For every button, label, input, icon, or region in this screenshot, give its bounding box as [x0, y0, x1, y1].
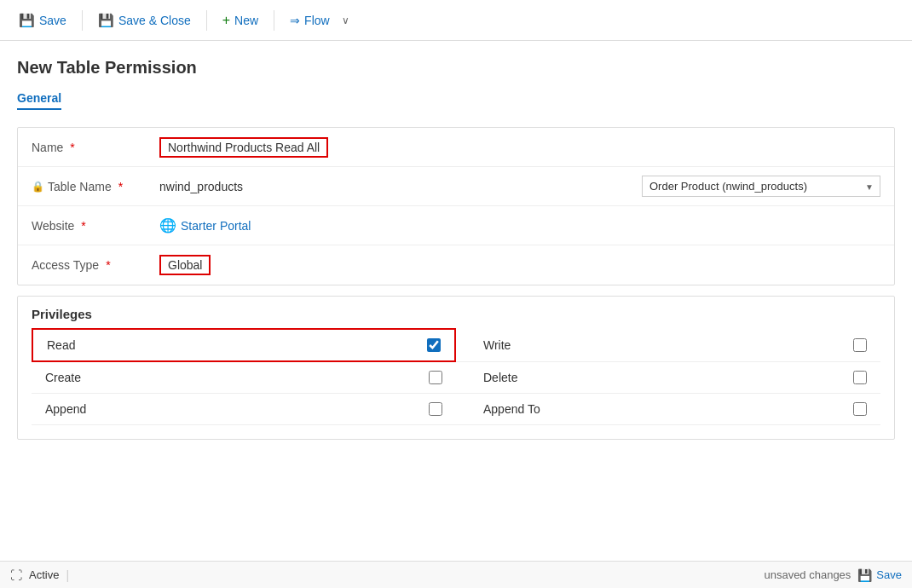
- privilege-label-write: Write: [483, 338, 853, 352]
- privileges-title: Privileges: [32, 307, 880, 321]
- save-close-icon: 💾: [98, 13, 114, 28]
- lock-icon: 🔒: [32, 181, 44, 193]
- save-close-button[interactable]: 💾 Save & Close: [89, 9, 199, 32]
- general-form-card: Name * Northwind Products Read All 🔒 Tab…: [17, 127, 895, 285]
- privilege-label-create: Create: [45, 371, 429, 384]
- privilege-checkbox-read[interactable]: [427, 338, 441, 352]
- website-row: Website * 🌐 Starter Portal: [18, 206, 894, 245]
- new-label: New: [234, 14, 258, 27]
- access-type-row: Access Type * Global: [18, 245, 894, 285]
- table-name-dropdown-wrapper: Order Product (nwind_products): [642, 176, 880, 197]
- table-name-required: *: [118, 180, 123, 193]
- status-save-button[interactable]: 💾 Save: [857, 568, 902, 582]
- flow-chevron[interactable]: ∨: [342, 14, 349, 26]
- status-right: unsaved changes 💾 Save: [764, 568, 902, 582]
- toolbar-separator-2: [206, 10, 207, 31]
- status-save-label: Save: [876, 568, 902, 581]
- status-save-icon: 💾: [857, 568, 872, 582]
- website-value: 🌐 Starter Portal: [159, 217, 880, 233]
- access-type-value: Global: [159, 255, 880, 275]
- table-name-row: 🔒 Table Name * nwind_products Order Prod…: [18, 167, 894, 206]
- save-close-label: Save & Close: [118, 14, 191, 27]
- name-row: Name * Northwind Products Read All: [18, 128, 894, 167]
- expand-icon[interactable]: ⛶: [10, 568, 22, 582]
- save-label: Save: [39, 14, 66, 27]
- table-name-left: nwind_products: [159, 180, 625, 193]
- flow-label: Flow: [304, 14, 330, 27]
- privilege-checkbox-delete[interactable]: [853, 371, 867, 384]
- save-icon: 💾: [19, 13, 35, 28]
- unsaved-label: unsaved changes: [764, 568, 851, 581]
- flow-icon: ⇒: [290, 14, 300, 27]
- privilege-row-read: Read: [32, 328, 456, 362]
- website-required: *: [81, 219, 85, 233]
- toolbar-separator-1: [82, 10, 83, 31]
- flow-button[interactable]: ⇒ Flow: [281, 10, 338, 31]
- privilege-label-read: Read: [47, 338, 427, 352]
- name-input[interactable]: Northwind Products Read All: [159, 137, 328, 158]
- new-icon: +: [222, 13, 230, 28]
- privilege-row-append: Append: [32, 394, 456, 425]
- access-type-label: Access Type *: [32, 258, 159, 272]
- name-required: *: [70, 141, 74, 154]
- privilege-checkbox-create[interactable]: [429, 371, 442, 384]
- page-title: New Table Permission: [17, 58, 895, 78]
- general-tab[interactable]: General: [17, 91, 61, 110]
- privileges-card: Privileges Read Write Create Delete: [17, 296, 895, 440]
- status-separator: |: [66, 568, 69, 582]
- toolbar-separator-3: [274, 10, 274, 31]
- website-link[interactable]: 🌐 Starter Portal: [159, 217, 880, 233]
- privilege-row-create: Create: [32, 362, 456, 394]
- main-content: New Table Permission General Name * Nort…: [0, 41, 912, 561]
- privilege-row-append-to: Append To: [456, 394, 880, 425]
- privilege-label-delete: Delete: [483, 371, 853, 384]
- table-name-dropdown[interactable]: Order Product (nwind_products): [642, 176, 880, 197]
- privilege-label-append-to: Append To: [483, 402, 853, 416]
- table-name-content: nwind_products Order Product (nwind_prod…: [159, 176, 880, 197]
- name-value: Northwind Products Read All: [159, 137, 880, 158]
- save-button[interactable]: 💾 Save: [10, 9, 75, 32]
- privilege-checkbox-append[interactable]: [429, 402, 442, 416]
- privileges-grid: Read Write Create Delete Append: [32, 328, 880, 425]
- status-bar: ⛶ Active | unsaved changes 💾 Save: [0, 561, 912, 588]
- privilege-checkbox-append-to[interactable]: [853, 402, 867, 416]
- toolbar: 💾 Save 💾 Save & Close + New ⇒ Flow ∨: [0, 0, 912, 41]
- status-left: ⛶ Active |: [10, 568, 69, 582]
- table-name-label: 🔒 Table Name *: [32, 180, 159, 193]
- active-status: Active: [29, 568, 59, 581]
- name-label: Name *: [32, 141, 159, 154]
- privilege-row-write: Write: [456, 328, 880, 362]
- new-button[interactable]: + New: [214, 9, 267, 32]
- privilege-label-append: Append: [45, 402, 429, 416]
- bottom-spacer: [17, 450, 895, 467]
- access-type-required: *: [106, 258, 110, 272]
- table-name-value: nwind_products: [159, 180, 243, 193]
- privilege-checkbox-write[interactable]: [853, 338, 867, 352]
- privilege-row-delete: Delete: [456, 362, 880, 394]
- access-type-box[interactable]: Global: [159, 255, 211, 275]
- website-label: Website *: [32, 219, 159, 233]
- globe-icon: 🌐: [159, 217, 176, 233]
